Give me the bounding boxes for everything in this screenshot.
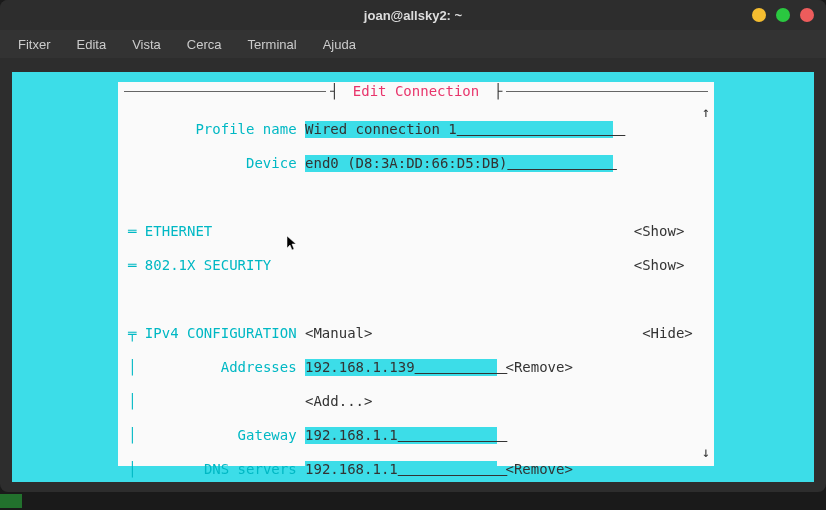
minimize-button[interactable] [752,8,766,22]
dns-label: DNS servers [204,461,297,477]
profile-name-label: Profile name [195,121,296,137]
menu-fitxer[interactable]: Fitxer [8,34,61,55]
dns-remove-button[interactable]: <Remove> [505,461,572,477]
titlebar: joan@allsky2: ~ [0,0,826,30]
address-input[interactable]: 192.168.1.139 [305,359,497,376]
menubar: Fitxer Edita Vista Cerca Terminal Ajuda [0,30,826,58]
ethernet-section: ═ ETHERNET [128,223,212,239]
security-section: ═ 802.1X SECURITY [128,257,271,273]
ethernet-show-button[interactable]: <Show> [634,223,685,239]
dialog-titlebar: ┤ Edit Connection ├ [124,82,708,100]
dialog-body: Profile name Wired connection 1 Device e… [128,104,706,462]
profile-name-input[interactable]: Wired connection 1 [305,121,613,138]
device-label: Device [246,155,297,171]
window-controls [752,8,814,22]
menu-vista[interactable]: Vista [122,34,171,55]
menu-cerca[interactable]: Cerca [177,34,232,55]
gateway-input[interactable]: 192.168.1.1 [305,427,497,444]
dns-input[interactable]: 192.168.1.1 [305,461,497,478]
menu-ajuda[interactable]: Ajuda [313,34,366,55]
security-show-button[interactable]: <Show> [634,257,685,273]
gateway-label: Gateway [238,427,297,443]
maximize-button[interactable] [776,8,790,22]
ipv4-hide-button[interactable]: <Hide> [642,325,693,341]
close-button[interactable] [800,8,814,22]
address-remove-button[interactable]: <Remove> [505,359,572,375]
window-title: joan@allsky2: ~ [364,8,462,23]
device-input[interactable]: end0 (D8:3A:DD:66:D5:DB) [305,155,613,172]
terminal-area: ┤ Edit Connection ├ ↑ ↓ Profile name Wir… [12,72,814,482]
menu-edita[interactable]: Edita [67,34,117,55]
menu-terminal[interactable]: Terminal [238,34,307,55]
addresses-label: Addresses [221,359,297,375]
desktop-artifact [0,494,22,508]
dialog-title: Edit Connection [347,83,485,99]
nmtui-dialog: ┤ Edit Connection ├ ↑ ↓ Profile name Wir… [118,82,714,466]
address-add-button[interactable]: <Add...> [305,393,372,409]
ipv4-mode-select[interactable]: <Manual> [305,325,372,341]
ipv4-section: ╤ IPv4 CONFIGURATION [128,325,297,341]
terminal-window: joan@allsky2: ~ Fitxer Edita Vista Cerca… [0,0,826,492]
